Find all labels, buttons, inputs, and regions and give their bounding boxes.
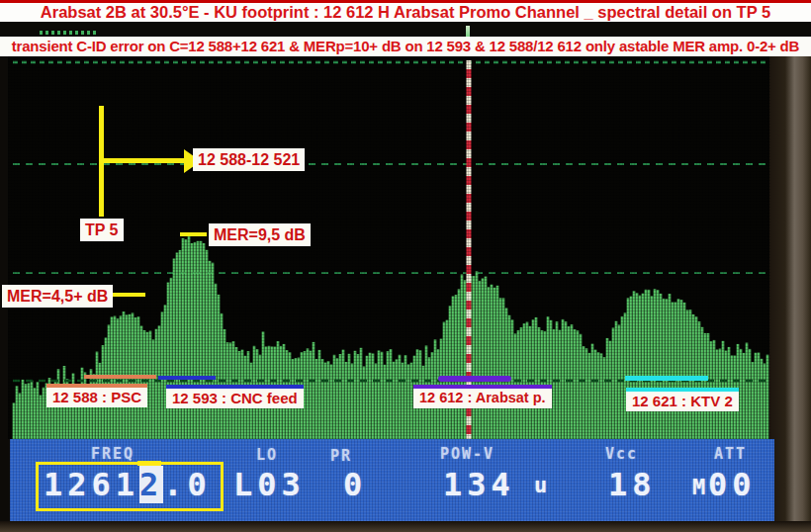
powv-unit: u <box>534 473 549 497</box>
transponder-marker-arabsat <box>438 376 511 382</box>
transponder-label-arabsat: 12 612 : Arabsat p. <box>413 385 552 408</box>
mer-floor-label: MER=4,5+ dB <box>2 285 113 308</box>
mer-floor-level-line <box>113 293 145 297</box>
powv-value: 134 <box>443 466 515 503</box>
freq-range-label: 12 588-12 521 <box>193 148 305 171</box>
transponder-marker-psc <box>84 375 156 379</box>
pr-header: PR <box>330 447 352 465</box>
title-bar: Arabsat 2B at 30.5°E - KU footprint : 12… <box>0 0 811 22</box>
vcc-value: 18 <box>608 466 657 503</box>
vcc-header: Vcc <box>605 445 638 463</box>
freq-range-arrow-shaft <box>103 158 185 163</box>
lo-header: LO <box>256 446 278 464</box>
status-bar: FREQ LO PR POW-V Vcc ATT 12612.0 L03 0 1… <box>10 439 774 521</box>
powv-header: POW-V <box>440 445 495 463</box>
freq-header: FREQ <box>91 445 135 463</box>
att-prefix: M <box>692 475 707 499</box>
transponder-marker-ktv <box>625 376 708 381</box>
bezel-right <box>769 56 811 521</box>
att-value: 00 <box>708 466 757 503</box>
mer-peak-label: MER=9,5 dB <box>209 223 311 246</box>
device-screen-photo: Arabsat 2B at 30.5°E - KU footprint : 12… <box>0 0 811 532</box>
pr-value: 0 <box>343 466 367 503</box>
title-gap-strip <box>0 22 811 37</box>
gap-marker-tick <box>466 26 470 37</box>
lo-value: L03 <box>233 466 306 503</box>
tp5-label: TP 5 <box>80 219 124 241</box>
frequency-edit-box[interactable] <box>36 462 224 511</box>
mer-peak-level-line <box>180 232 207 236</box>
transponder-label-ktv: 12 621 : KTV 2 <box>626 388 739 411</box>
bezel-bottom <box>0 521 811 532</box>
transponder-label-psc: 12 588 : PSC <box>46 384 147 407</box>
att-header: ATT <box>714 445 747 463</box>
transponder-marker-cnc <box>158 376 216 380</box>
gap-green-dashes <box>40 31 97 35</box>
frequency-cursor-tick <box>137 461 161 466</box>
spectrum-display <box>0 56 811 439</box>
subtitle-bar: transient C-ID error on C=12 588+12 621 … <box>0 37 811 56</box>
transponder-label-cnc: 12 593 : CNC feed <box>166 385 304 408</box>
